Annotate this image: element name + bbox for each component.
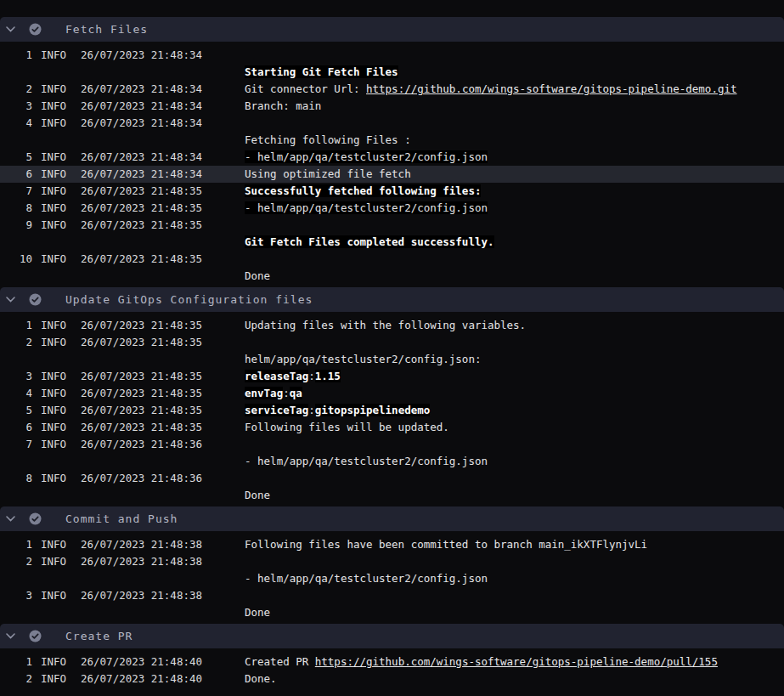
log-level: INFO [41, 385, 81, 402]
chevron-down-icon[interactable] [6, 516, 16, 522]
section-header[interactable]: Commit and Push [0, 506, 784, 531]
log-level: INFO [41, 200, 81, 217]
log-timestamp: 26/07/2023 21:48:35 [81, 334, 245, 351]
log-level: INFO [41, 671, 81, 688]
status-success-check-icon [29, 293, 42, 306]
log-message [245, 334, 784, 351]
log-line: 1 INFO 26/07/2023 21:48:34 [0, 47, 784, 64]
log-text-segment: Branch: main [245, 99, 321, 112]
log-message: Done [0, 268, 784, 285]
log-text-segment: Starting Git Fetch Files [245, 65, 398, 78]
log-timestamp: 26/07/2023 21:48:35 [81, 200, 245, 217]
log-level: INFO [41, 81, 81, 98]
log-message: helm/app/qa/testcluster2/config.json: [0, 351, 784, 368]
section-header[interactable]: Update GitOps Configuration files [0, 287, 784, 312]
line-number: 3 [0, 587, 32, 604]
log-level: INFO [41, 47, 81, 64]
log-link[interactable]: https://github.com/wings-software/gitops… [315, 655, 718, 668]
log-message: Starting Git Fetch Files [0, 64, 784, 81]
log-level: INFO [41, 553, 81, 570]
log-line: 2 INFO 26/07/2023 21:48:38 [0, 553, 784, 570]
log-timestamp: 26/07/2023 21:48:34 [81, 47, 245, 64]
log-timestamp: 26/07/2023 21:48:34 [81, 149, 245, 166]
log-level: INFO [41, 368, 81, 385]
line-number: 9 [0, 217, 32, 234]
section-log-body: 1 INFO 26/07/2023 21:48:38 Following fil… [0, 531, 784, 624]
log-line-continuation: Fetching following Files : [0, 132, 784, 149]
line-number: 4 [0, 385, 32, 402]
log-text-segment: Following files have been committed to b… [245, 538, 647, 551]
log-level: INFO [41, 470, 81, 487]
log-link[interactable]: https://github.com/wings-software/gitops… [366, 82, 737, 95]
log-line: 7 INFO 26/07/2023 21:48:36 [0, 436, 784, 453]
log-message: Following files have been committed to b… [245, 536, 784, 553]
log-text-segment: Done. [245, 672, 277, 685]
log-message [245, 251, 784, 268]
line-number: 2 [0, 553, 32, 570]
log-line: 6 INFO 26/07/2023 21:48:35 Following fil… [0, 419, 784, 436]
log-message: Created PR https://github.com/wings-soft… [245, 654, 784, 671]
log-message [245, 436, 784, 453]
log-line-continuation: - helm/app/qa/testcluster2/config.json [0, 570, 784, 587]
log-text-segment: Git Fetch Files completed successfully. [245, 235, 494, 248]
status-success-check-icon [29, 23, 42, 36]
chevron-down-icon[interactable] [6, 297, 16, 303]
log-timestamp: 26/07/2023 21:48:38 [81, 536, 245, 553]
log-message [245, 217, 784, 234]
log-line: 2 INFO 26/07/2023 21:48:34 Git connector… [0, 81, 784, 98]
log-line-continuation: - helm/app/qa/testcluster2/config.json [0, 453, 784, 470]
log-text-segment: Done [245, 606, 270, 619]
chevron-down-icon[interactable] [6, 633, 16, 639]
section-header[interactable]: Fetch Files [0, 17, 784, 42]
log-timestamp: 26/07/2023 21:48:38 [81, 553, 245, 570]
log-message: serviceTag:gitopspipelinedemo [245, 402, 784, 419]
log-text-segment: Successfully fetched following files: [245, 184, 481, 197]
log-line: 6 INFO 26/07/2023 21:48:34 Using optimiz… [0, 166, 784, 183]
log-line-continuation: helm/app/qa/testcluster2/config.json: [0, 351, 784, 368]
log-level: INFO [41, 436, 81, 453]
line-number: 2 [0, 334, 32, 351]
line-number: 8 [0, 470, 32, 487]
log-level: INFO [41, 115, 81, 132]
line-number: 3 [0, 98, 32, 115]
log-level: INFO [41, 317, 81, 334]
status-success-check-icon [29, 630, 42, 642]
log-text-segment: Created PR [245, 655, 315, 668]
log-text-segment: : [308, 370, 315, 382]
log-message: releaseTag:1.15 [245, 368, 784, 385]
section-log-body: 1 INFO 26/07/2023 21:48:34 Starting Git … [0, 42, 784, 287]
line-number: 5 [0, 149, 32, 166]
log-level: INFO [41, 536, 81, 553]
log-timestamp: 26/07/2023 21:48:38 [81, 587, 245, 604]
log-timestamp: 26/07/2023 21:48:35 [81, 217, 245, 234]
log-timestamp: 26/07/2023 21:48:35 [81, 368, 245, 385]
log-timestamp: 26/07/2023 21:48:35 [81, 317, 245, 334]
pipeline-step-section: Commit and Push 1 INFO 26/07/2023 21:48:… [0, 506, 784, 624]
log-line: 2 INFO 26/07/2023 21:48:35 [0, 334, 784, 351]
log-text-segment: qa [290, 387, 302, 399]
section-title: Create PR [65, 630, 133, 642]
status-success-check-icon [29, 512, 42, 525]
log-message: envTag:qa [245, 385, 784, 402]
log-text-segment: Using optimized file fetch [245, 167, 411, 180]
line-number: 4 [0, 115, 32, 132]
log-text-segment: envTag [245, 387, 283, 399]
log-message: Successfully fetched following files: [245, 183, 784, 200]
log-message: Done. [245, 671, 784, 688]
log-line: 10 INFO 26/07/2023 21:48:35 [0, 251, 784, 268]
log-line-continuation: Git Fetch Files completed successfully. [0, 234, 784, 251]
log-level: INFO [41, 334, 81, 351]
log-timestamp: 26/07/2023 21:48:34 [81, 115, 245, 132]
log-message: Using optimized file fetch [245, 166, 784, 183]
log-line: 9 INFO 26/07/2023 21:48:35 [0, 217, 784, 234]
log-text-segment: Done [245, 269, 270, 282]
log-text-segment: : [308, 404, 315, 416]
chevron-down-icon[interactable] [6, 26, 16, 32]
log-text-segment: Done [245, 489, 270, 501]
log-level: INFO [41, 149, 81, 166]
section-header[interactable]: Create PR [0, 624, 784, 648]
log-timestamp: 26/07/2023 21:48:36 [81, 436, 245, 453]
log-text-segment: - helm/app/qa/testcluster2/config.json [245, 201, 488, 214]
log-line-continuation: Done [0, 268, 784, 285]
log-line: 3 INFO 26/07/2023 21:48:34 Branch: main [0, 98, 784, 115]
